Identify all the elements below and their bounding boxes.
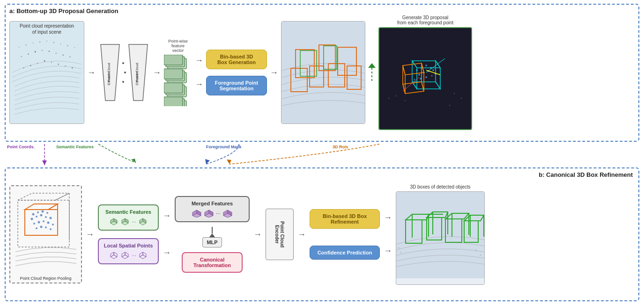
svg-point-6 — [65, 65, 66, 66]
svg-rect-39 — [164, 69, 183, 79]
semantic-feat-icons: ··· — [109, 218, 148, 226]
svg-text:Foreground Mask: Foreground Mask — [206, 145, 242, 149]
svg-point-16 — [19, 47, 20, 48]
arrow-3b: → — [195, 80, 203, 89]
svg-rect-149 — [396, 192, 485, 278]
svg-point-23 — [67, 45, 68, 46]
svg-text:3D RoIs: 3D RoIs — [333, 145, 348, 149]
bin-refinement-box: Bin-based 3D Box Refinement — [310, 209, 380, 229]
bin-box-generation: Bin-based 3D Box Generation — [206, 50, 267, 69]
detected-label: 3D boxes of detected objects — [410, 184, 471, 189]
svg-text:Point Coords.: Point Coords. — [7, 145, 35, 149]
svg-point-115 — [40, 226, 42, 228]
svg-point-20 — [46, 41, 47, 42]
main-container: a: Bottom-up 3D Proposal Generation Poin… — [0, 0, 644, 305]
merged-features-box: Merged Features ··· — [175, 196, 250, 222]
output-boxes: Bin-based 3D Box Generation Foreground P… — [206, 50, 267, 95]
svg-marker-132 — [111, 252, 114, 257]
svg-text:Encoder: Encoder — [107, 71, 111, 85]
svg-marker-137 — [140, 255, 146, 259]
svg-rect-45 — [164, 97, 183, 106]
b-right-outputs: Bin-based 3D Box Refinement Confidence P… — [310, 209, 380, 260]
svg-point-106 — [40, 214, 42, 217]
foreground-segmentation: Foreground Point Segmentation — [206, 76, 267, 95]
svg-point-32 — [124, 72, 126, 73]
arrow-b4: → — [297, 230, 306, 240]
svg-point-168 — [475, 250, 476, 251]
svg-point-121 — [46, 212, 48, 214]
svg-rect-42 — [164, 83, 183, 93]
canonical-title: Canonical Transformation — [193, 257, 231, 268]
section-b: b: Canonical 3D Box Refinement — [5, 167, 639, 301]
svg-point-10 — [35, 51, 36, 52]
svg-point-24 — [74, 47, 75, 48]
svg-point-167 — [400, 252, 401, 253]
svg-point-12 — [49, 51, 50, 52]
point-cloud-input: Point cloud representation of input scen… — [9, 21, 84, 124]
svg-point-84 — [454, 93, 455, 94]
svg-point-105 — [36, 216, 37, 218]
feature-label: Point-wise feature vector — [168, 39, 188, 53]
svg-point-4 — [51, 62, 52, 63]
section-a: a: Bottom-up 3D Proposal Generation Poin… — [5, 4, 639, 142]
svg-point-109 — [33, 223, 35, 225]
detection-image-1 — [281, 21, 365, 124]
svg-point-120 — [41, 211, 44, 213]
svg-marker-135 — [122, 252, 125, 257]
svg-marker-88 — [42, 160, 47, 165]
feature-arrows: → → — [195, 56, 203, 89]
arrow-b1: → — [86, 230, 94, 240]
svg-point-5 — [58, 64, 59, 65]
svg-rect-100 — [25, 210, 58, 235]
svg-point-65 — [414, 79, 415, 80]
svg-point-81 — [388, 98, 389, 99]
svg-point-170 — [398, 247, 399, 248]
svg-point-85 — [461, 98, 462, 99]
section-b-label: b: Canonical 3D Box Refinement — [539, 171, 633, 178]
merged-feat-icons: ··· — [192, 209, 233, 218]
svg-point-118 — [32, 213, 34, 216]
arrow-4: → — [270, 68, 278, 78]
merged-canonical-col: Merged Features ··· — [175, 196, 250, 273]
confidence-prediction-box: Confidence Prediction — [310, 246, 380, 260]
svg-point-83 — [405, 100, 406, 101]
svg-point-117 — [50, 228, 52, 230]
feature-boxes-col: Semantic Features ··· — [98, 204, 159, 264]
svg-point-108 — [49, 217, 52, 219]
feature-vector: Point-wise feature vector — [164, 39, 192, 106]
arrow-b3: → — [253, 230, 262, 240]
encoder-decoder: Point Cloud Encoder Point Cloud Decoder — [98, 40, 150, 105]
svg-point-15 — [69, 57, 70, 58]
section-a-label: a: Bottom-up 3D Proposal Generation — [9, 7, 635, 15]
arrow-b2a: → — [163, 211, 171, 221]
svg-marker-138 — [140, 252, 143, 257]
svg-point-11 — [42, 50, 43, 51]
svg-point-111 — [43, 220, 44, 222]
svg-line-102 — [48, 204, 58, 210]
svg-marker-94 — [227, 160, 231, 164]
svg-point-0 — [23, 67, 24, 68]
svg-point-104 — [30, 218, 33, 220]
svg-rect-36 — [164, 55, 183, 65]
local-spatial-title: Local Spatial Points — [104, 243, 153, 248]
svg-point-9 — [28, 53, 29, 54]
svg-text:Semantic Features: Semantic Features — [56, 145, 94, 149]
green-dashed-arrow — [368, 63, 376, 82]
svg-text:Decoder: Decoder — [135, 71, 139, 86]
svg-point-114 — [36, 227, 37, 229]
svg-marker-139 — [143, 252, 146, 257]
svg-point-86 — [449, 105, 450, 106]
middle-connectors: Point Coords. Semantic Features Foregrou… — [5, 142, 639, 167]
svg-point-2 — [37, 63, 38, 64]
svg-point-22 — [60, 44, 61, 44]
arrow-b2b: → — [163, 248, 171, 258]
local-spatial-box: Local Spatial Points · — [98, 238, 159, 264]
svg-point-33 — [122, 81, 124, 83]
pc-encoder-block: Point Cloud Encoder — [266, 209, 294, 260]
svg-marker-136 — [125, 252, 128, 257]
detection-image-2 — [378, 27, 472, 130]
svg-point-31 — [122, 62, 124, 64]
arrow-2: → — [153, 68, 161, 78]
semantic-features-title: Semantic Features — [105, 209, 151, 215]
svg-point-169 — [480, 254, 481, 255]
